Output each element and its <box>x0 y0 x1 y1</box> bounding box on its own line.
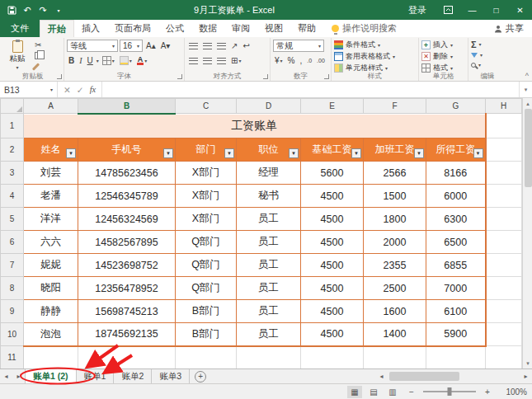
delete-cells-button[interactable]: ✕删除▾ <box>421 51 465 62</box>
table-header-1[interactable]: 手机号▼ <box>78 138 176 162</box>
vertical-scrollbar[interactable]: ▴ ▾ <box>522 98 532 368</box>
cell-H5[interactable] <box>486 208 522 231</box>
table-header-5[interactable]: 加班工资▼ <box>364 138 426 162</box>
cell-D6[interactable]: 员工 <box>237 231 301 254</box>
hscroll-thumb[interactable] <box>389 372 459 381</box>
cell-F10[interactable]: 1400 <box>364 323 426 346</box>
accounting-format-button[interactable]: ¥▾ <box>273 55 285 67</box>
cell-F11[interactable] <box>364 346 426 369</box>
cell-A3[interactable]: 刘芸 <box>24 162 78 185</box>
row-header-5[interactable]: 5 <box>1 208 24 231</box>
hscroll-left-button[interactable]: ◂ <box>375 373 388 380</box>
ribbon-tab-help[interactable]: 帮助 <box>290 20 323 37</box>
cell-C5[interactable]: X部门 <box>176 208 237 231</box>
cell-B6[interactable]: 14582567895 <box>78 231 176 254</box>
ribbon-tab-insert[interactable]: 插入 <box>74 20 107 37</box>
row-header-11[interactable]: 11 <box>1 346 24 369</box>
ribbon-tab-data[interactable]: 数据 <box>191 20 224 37</box>
autosum-button[interactable]: Σ▾ <box>471 40 504 49</box>
cell-D7[interactable]: 员工 <box>237 254 301 277</box>
cell-A9[interactable]: 静静 <box>24 300 78 323</box>
cell-C11[interactable] <box>176 346 237 369</box>
zoom-out-button[interactable]: − <box>404 386 419 398</box>
row-header-4[interactable]: 4 <box>1 185 24 208</box>
number-dialog-launcher[interactable] <box>324 74 329 79</box>
page-break-view-button[interactable]: ▥ <box>385 386 400 398</box>
cell-D11[interactable] <box>237 346 301 369</box>
cell-F7[interactable]: 2355 <box>364 254 426 277</box>
cell-H9[interactable] <box>486 300 522 323</box>
column-header-E[interactable]: E <box>301 99 364 114</box>
underline-button[interactable]: U <box>86 55 95 67</box>
cell-H10[interactable] <box>486 323 522 346</box>
cell-F3[interactable]: 2566 <box>364 162 426 185</box>
collapse-ribbon-button[interactable]: ^ <box>525 72 529 80</box>
increase-decimal-button[interactable]: .0 <box>305 55 313 67</box>
cell-A5[interactable]: 洋洋 <box>24 208 78 231</box>
font-size-select[interactable]: 16▾ <box>120 40 143 52</box>
cell-C4[interactable]: X部门 <box>176 185 237 208</box>
scroll-down-button[interactable]: ▾ <box>523 358 532 368</box>
vscroll-thumb[interactable] <box>525 109 532 187</box>
share-button[interactable]: 共享 <box>486 20 532 37</box>
new-sheet-button[interactable]: + <box>195 371 206 383</box>
cell-E6[interactable]: 4500 <box>301 231 364 254</box>
format-as-table-button[interactable]: 套用表格格式▾ <box>334 51 416 62</box>
zoom-level[interactable]: 100% <box>499 387 527 397</box>
hscroll-right-button[interactable]: ▸ <box>520 373 532 380</box>
normal-view-button[interactable]: ▦ <box>347 386 362 398</box>
comma-style-button[interactable]: , <box>298 55 304 67</box>
insert-function-button[interactable]: fx <box>90 85 97 94</box>
table-header-0[interactable]: 姓名▼ <box>24 138 78 162</box>
row-header-7[interactable]: 7 <box>1 254 24 277</box>
cell-B7[interactable]: 14523698752 <box>78 254 176 277</box>
cell-H2[interactable] <box>486 138 522 162</box>
cell-A11[interactable] <box>24 346 78 369</box>
page-layout-view-button[interactable]: ▤ <box>366 386 381 398</box>
decrease-decimal-button[interactable]: .00 <box>315 55 327 67</box>
cell-F8[interactable]: 2500 <box>364 277 426 300</box>
align-bottom-button[interactable] <box>215 40 228 52</box>
sheet-tab-1[interactable]: 账单1 (2) <box>25 369 77 383</box>
cell-E10[interactable]: 4500 <box>301 323 364 346</box>
table-header-2[interactable]: 部门▼ <box>176 138 237 162</box>
cell-E7[interactable]: 4500 <box>301 254 364 277</box>
insert-cells-button[interactable]: +插入▾ <box>421 40 465 50</box>
clipboard-dialog-launcher[interactable] <box>57 74 62 79</box>
cell-F9[interactable]: 1600 <box>364 300 426 323</box>
cell-H8[interactable] <box>486 277 522 300</box>
cell-B8[interactable]: 12356478952 <box>78 277 176 300</box>
cell-G8[interactable]: 7000 <box>426 277 486 300</box>
cell-C8[interactable]: Q部门 <box>176 277 237 300</box>
cell-G10[interactable]: 5900 <box>426 323 486 346</box>
ribbon-tab-view[interactable]: 视图 <box>257 20 290 37</box>
cell-F5[interactable]: 1800 <box>364 208 426 231</box>
minimize-button[interactable]: — <box>460 0 484 20</box>
cell-E3[interactable]: 5600 <box>301 162 364 185</box>
sheet-scroll-right-button[interactable]: ▸ <box>12 369 25 383</box>
cell-A6[interactable]: 六六 <box>24 231 78 254</box>
cell-C6[interactable]: Q部门 <box>176 231 237 254</box>
table-header-4[interactable]: 基础工资▼ <box>301 138 364 162</box>
ribbon-tab-review[interactable]: 审阅 <box>224 20 257 37</box>
close-button[interactable]: ✕ <box>508 0 532 20</box>
cell-D5[interactable]: 员工 <box>237 208 301 231</box>
cell-G5[interactable]: 6300 <box>426 208 486 231</box>
column-header-G[interactable]: G <box>426 99 486 114</box>
cell-B5[interactable]: 12456324569 <box>78 208 176 231</box>
cell-D9[interactable]: 员工 <box>237 300 301 323</box>
wrap-text-button[interactable]: ↩ <box>241 40 251 52</box>
tell-me-search[interactable]: 操作说明搜索 <box>323 20 405 37</box>
sheet-tab-4[interactable]: 账单3 <box>152 369 190 383</box>
align-top-button[interactable] <box>187 40 200 52</box>
cell-A7[interactable]: 妮妮 <box>24 254 78 277</box>
cell-D10[interactable]: 员工 <box>237 323 301 346</box>
font-name-select[interactable]: 等线▾ <box>67 40 118 52</box>
cell-C7[interactable]: Q部门 <box>176 254 237 277</box>
filter-button[interactable]: ▼ <box>351 148 361 158</box>
sheet-tab-2[interactable]: 账单1 <box>77 369 115 383</box>
cancel-formula-button[interactable]: ✕ <box>64 85 71 95</box>
cell-H11[interactable] <box>486 346 522 369</box>
cell-H3[interactable] <box>486 162 522 185</box>
cell-E5[interactable]: 4500 <box>301 208 364 231</box>
